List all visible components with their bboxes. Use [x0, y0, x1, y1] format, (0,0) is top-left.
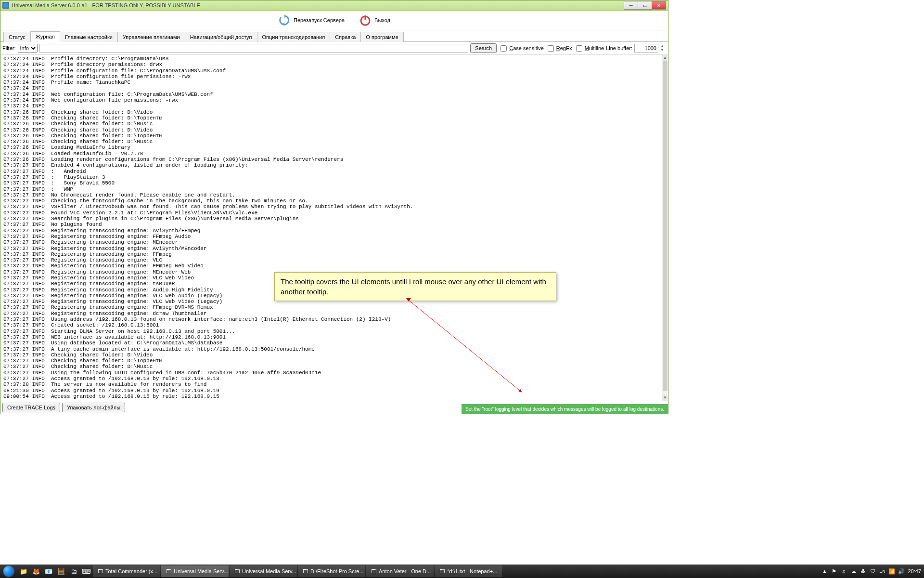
tab-2[interactable]: Главные настройки — [60, 32, 118, 42]
tab-3[interactable]: Управление плагинами — [117, 32, 185, 42]
log-area: 07:37:24 INFO Profile directory: C:\Prog… — [0, 55, 668, 401]
log-content[interactable]: 07:37:24 INFO Profile directory: C:\Prog… — [0, 55, 662, 401]
tray-network-icon[interactable]: 📶 — [888, 568, 895, 575]
window-title: Universal Media Server 6.0.0-a1 - FOR TE… — [12, 2, 624, 8]
tray-icon-2[interactable]: ♫ — [840, 568, 847, 575]
start-button[interactable] — [0, 565, 17, 578]
exit-label: Выход — [374, 17, 390, 23]
regex-checkbox[interactable] — [548, 45, 554, 52]
windows-taskbar: 📁 🦊 📧 🧮 🗂 ⌨ 🗔Total Commander (x...🗔Unive… — [0, 565, 924, 578]
title-bar: Universal Media Server 6.0.0-a1 - FOR TE… — [0, 0, 668, 11]
restart-label: Перезапуск Сервера — [294, 17, 345, 23]
tab-4[interactable]: Навигация/общий доступ — [185, 32, 257, 42]
scroll-down-arrow[interactable]: ▼ — [662, 395, 668, 401]
tab-6[interactable]: Справка — [330, 32, 361, 42]
taskbar-task-4[interactable]: 🗔Anton Veter - One D... — [366, 565, 434, 577]
taskbar-task-2[interactable]: 🗔Universal Media Serv... — [230, 565, 297, 577]
pinned-app-6[interactable]: ⌨ — [80, 565, 92, 577]
tray-icon-5[interactable]: 🛡 — [869, 568, 876, 575]
pinned-app-4[interactable]: 🧮 — [55, 565, 67, 577]
tab-1[interactable]: Журнал — [30, 31, 60, 42]
status-tooltip: Set the "root" logging level that decide… — [462, 404, 668, 414]
tab-5[interactable]: Опции транскодирования — [257, 32, 331, 42]
restart-icon — [278, 14, 291, 26]
main-toolbar: Перезапуск Сервера Выход — [0, 11, 668, 30]
app-icon — [2, 2, 9, 9]
close-button[interactable]: ✕ — [652, 1, 666, 10]
line-buffer-spinner[interactable]: ▲▼ — [660, 44, 666, 52]
filter-level-select[interactable]: Info — [18, 44, 38, 53]
multiline-checkbox[interactable] — [576, 45, 582, 52]
pinned-app-1[interactable]: 📁 — [18, 565, 29, 577]
line-buffer-input[interactable] — [634, 44, 658, 53]
tray-clock[interactable]: 20:47 — [908, 568, 921, 574]
tray-icon-1[interactable]: ⚑ — [831, 568, 837, 575]
vertical-scrollbar[interactable]: ▲ ▼ — [662, 55, 668, 401]
search-button[interactable]: Search — [470, 43, 497, 53]
filter-label: Filter: — [2, 45, 16, 51]
pinned-app-5[interactable]: 🗂 — [68, 565, 79, 577]
system-tray: ▲ ⚑ ♫ ☁ 🖧 🛡 EN 📶 🔊 20:47 — [818, 568, 924, 575]
tray-lang-icon[interactable]: EN — [879, 568, 886, 575]
tab-0[interactable]: Статус — [3, 32, 31, 42]
multiline-label: Multiline — [585, 45, 604, 51]
line-buffer-label: Line buffer: — [606, 45, 632, 51]
tray-volume-icon[interactable]: 🔊 — [898, 568, 905, 575]
taskbar-task-5[interactable]: 🗔*d:\1.txt - Notepad+... — [435, 565, 502, 577]
annotation-pointer — [406, 298, 411, 302]
scroll-up-arrow[interactable]: ▲ — [662, 55, 668, 61]
taskbar-task-3[interactable]: 🗔D:\FireShot Pro Scre... — [298, 565, 365, 577]
maximize-button[interactable]: ▭ — [638, 1, 652, 10]
tab-7[interactable]: О программе — [360, 32, 403, 42]
annotation-callout: The tooltip covers the UI elements until… — [274, 272, 556, 301]
case-sensitive-label: Case sensitive — [509, 45, 544, 51]
tray-icon-3[interactable]: ☁ — [850, 568, 857, 575]
restart-server-button[interactable]: Перезапуск Сервера — [278, 14, 345, 26]
pack-log-files-button[interactable]: Упаковать лог-файлы — [62, 403, 125, 412]
taskbar-task-0[interactable]: 🗔Total Commander (x... — [93, 565, 160, 577]
scroll-thumb[interactable] — [663, 61, 667, 391]
taskbar-task-1[interactable]: 🗔Universal Media Serv... — [161, 565, 229, 577]
minimize-button[interactable]: ─ — [624, 1, 638, 10]
regex-label: RegEx — [556, 45, 572, 51]
filter-bar: Filter: Info Search Case sensitive RegEx… — [0, 42, 668, 55]
case-sensitive-checkbox[interactable] — [500, 45, 507, 52]
tray-expand-icon[interactable]: ▲ — [821, 568, 828, 575]
app-window: Universal Media Server 6.0.0-a1 - FOR TE… — [0, 0, 668, 414]
windows-orb-icon — [3, 565, 14, 577]
tab-bar: СтатусЖурналГлавные настройкиУправление … — [0, 30, 668, 42]
power-icon — [359, 14, 372, 26]
exit-button[interactable]: Выход — [359, 14, 390, 26]
bottom-bar: Create TRACE Logs Упаковать лог-файлы Se… — [0, 401, 668, 414]
create-trace-logs-button[interactable]: Create TRACE Logs — [2, 403, 60, 412]
tray-icon-4[interactable]: 🖧 — [860, 568, 866, 575]
search-input[interactable] — [39, 44, 469, 53]
pinned-app-2[interactable]: 🦊 — [30, 565, 42, 577]
pinned-app-3[interactable]: 📧 — [43, 565, 54, 577]
